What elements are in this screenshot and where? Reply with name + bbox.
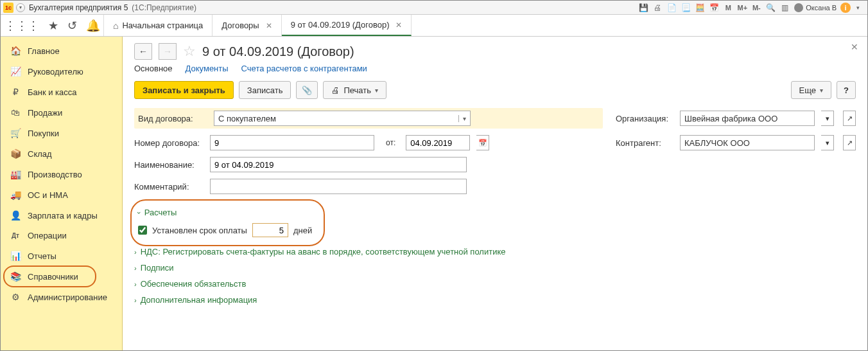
user-name[interactable]: Оксана В bbox=[806, 4, 837, 12]
sidebar-label: Главное bbox=[28, 46, 60, 56]
calendar-icon[interactable]: 📅 bbox=[708, 2, 720, 14]
org-input[interactable]: Швейная фабрика ООО bbox=[680, 111, 815, 126]
sidebar: 🏠Главное 📈Руководителю ₽Банк и касса 🛍Пр… bbox=[1, 37, 123, 350]
subtab-accounts[interactable]: Счета расчетов с контрагентами bbox=[241, 64, 367, 73]
sidebar-item-admin[interactable]: ⚙Администрирование bbox=[1, 287, 122, 307]
zoom-icon[interactable]: 🔍 bbox=[765, 2, 776, 14]
calc-icon[interactable]: 🧮 bbox=[694, 2, 706, 14]
ruble-icon: ₽ bbox=[10, 87, 21, 97]
sidebar-item-operations[interactable]: ДтОперации bbox=[1, 226, 122, 246]
home-icon: 🏠 bbox=[10, 46, 21, 56]
sidebar-item-manager[interactable]: 📈Руководителю bbox=[1, 61, 122, 82]
doc-icon[interactable]: 📃 bbox=[680, 2, 691, 14]
sidebar-label: Продажи bbox=[28, 108, 62, 118]
help-button[interactable]: ? bbox=[837, 81, 856, 99]
form-grid: Вид договора: С покупателем ▾ Организаци… bbox=[134, 108, 856, 194]
sidebar-label: Склад bbox=[28, 149, 52, 159]
comment-input[interactable] bbox=[210, 179, 467, 194]
contr-input[interactable]: КАБЛУЧОК ООО bbox=[680, 135, 815, 150]
caret-down-icon: ▾ bbox=[375, 87, 378, 94]
contr-value: КАБЛУЧОК ООО bbox=[684, 138, 750, 148]
close-icon[interactable]: ✕ bbox=[266, 21, 272, 30]
button-row: Записать и закрыть Записать 📎 🖨 Печать ▾… bbox=[134, 81, 856, 99]
panel-icon[interactable]: ▥ bbox=[779, 2, 790, 14]
bars-icon: 📊 bbox=[10, 251, 21, 261]
date-input[interactable] bbox=[406, 135, 470, 150]
mem-mminus[interactable]: M- bbox=[751, 2, 762, 14]
chevron-icon: › bbox=[134, 296, 137, 304]
comment-label: Комментарий: bbox=[134, 182, 204, 192]
more-label: Еще bbox=[799, 86, 816, 95]
close-page-icon[interactable]: ✕ bbox=[851, 42, 858, 52]
nav-back-button[interactable]: ← bbox=[134, 43, 152, 60]
open-ref-icon[interactable]: ↗ bbox=[843, 111, 856, 126]
sidebar-item-production[interactable]: 🏭Производство bbox=[1, 164, 122, 184]
app-menu-dropdown[interactable]: ▾ bbox=[16, 3, 25, 12]
section-label: Обеспечения обязательств bbox=[141, 279, 247, 289]
tab-home[interactable]: ⌂ Начальная страница bbox=[103, 15, 213, 36]
caret-down-icon: ▾ bbox=[820, 87, 823, 94]
save-button[interactable]: Записать bbox=[239, 81, 291, 99]
apps-icon[interactable]: ⋮⋮⋮ bbox=[4, 19, 39, 33]
subtab-main[interactable]: Основное bbox=[134, 64, 173, 73]
sidebar-item-bank[interactable]: ₽Банк и касса bbox=[1, 82, 122, 102]
print-label: Печать bbox=[343, 86, 371, 95]
star-icon[interactable]: ★ bbox=[48, 19, 58, 33]
sidebar-item-assets[interactable]: 🚚ОС и НМА bbox=[1, 184, 122, 205]
home-icon: ⌂ bbox=[113, 21, 118, 31]
sidebar-item-warehouse[interactable]: 📦Склад bbox=[1, 143, 122, 164]
sidebar-item-reports[interactable]: 📊Отчеты bbox=[1, 246, 122, 266]
dropdown-icon[interactable]: ▾ bbox=[821, 135, 834, 150]
attach-button[interactable]: 📎 bbox=[296, 81, 318, 99]
factory-icon: 🏭 bbox=[10, 169, 21, 179]
tab-contract-9[interactable]: 9 от 04.09.2019 (Договор) ✕ bbox=[282, 15, 412, 36]
subtab-docs[interactable]: Документы bbox=[186, 64, 229, 73]
save-close-button[interactable]: Записать и закрыть bbox=[134, 81, 234, 99]
section-podpisi[interactable]: ›Подписи bbox=[134, 260, 856, 276]
sidebar-item-salary[interactable]: 👤Зарплата и кадры bbox=[1, 205, 122, 226]
favorite-star-icon[interactable]: ☆ bbox=[183, 43, 196, 60]
calendar-icon[interactable]: 📅 bbox=[476, 135, 489, 150]
print-button[interactable]: 🖨 Печать ▾ bbox=[323, 81, 386, 99]
sidebar-item-references[interactable]: 📚Справочники bbox=[1, 266, 122, 287]
more-button[interactable]: Еще ▾ bbox=[791, 81, 831, 99]
bell-icon[interactable]: 🔔 bbox=[86, 19, 100, 33]
dropdown-icon: ▾ bbox=[458, 115, 466, 122]
print-icon[interactable]: 🖨 bbox=[652, 2, 663, 14]
num-input[interactable] bbox=[210, 135, 374, 150]
info-dropdown-icon[interactable]: ▾ bbox=[852, 2, 864, 14]
chevron-icon: › bbox=[134, 248, 137, 256]
tab-contracts[interactable]: Договоры ✕ bbox=[213, 15, 281, 36]
info-icon[interactable]: i bbox=[840, 3, 851, 13]
sidebar-item-sales[interactable]: 🛍Продажи bbox=[1, 102, 122, 123]
sidebar-label: Зарплата и кадры bbox=[28, 211, 98, 221]
mem-m[interactable]: M bbox=[722, 2, 734, 14]
section-dopinfo[interactable]: ›Дополнительная информация bbox=[134, 292, 856, 308]
payment-term-row: Установлен срок оплаты дней bbox=[138, 221, 312, 240]
section-obesp[interactable]: ›Обеспечения обязательств bbox=[134, 276, 856, 292]
nav-forward-button[interactable]: → bbox=[159, 43, 177, 60]
chevron-icon: › bbox=[134, 280, 137, 288]
close-icon[interactable]: ✕ bbox=[395, 21, 402, 30]
name-input[interactable] bbox=[210, 157, 467, 172]
quick-tools: ⋮⋮⋮ ★ ↺ 🔔 bbox=[1, 15, 103, 36]
app-logo-icon: 1c bbox=[3, 3, 13, 13]
dropdown-icon[interactable]: ▾ bbox=[821, 111, 834, 126]
payment-days-input[interactable] bbox=[252, 223, 288, 237]
sidebar-label: Отчеты bbox=[28, 251, 56, 261]
user-avatar-icon[interactable] bbox=[794, 3, 803, 12]
sidebar-label: Покупки bbox=[28, 129, 59, 138]
vid-select[interactable]: С покупателем ▾ bbox=[214, 111, 471, 126]
payment-term-checkbox[interactable] bbox=[138, 226, 147, 235]
num-label: Номер договора: bbox=[134, 138, 204, 148]
bag-icon: 🛍 bbox=[10, 107, 21, 118]
save-icon[interactable]: 💾 bbox=[638, 2, 649, 14]
open-ref-icon[interactable]: ↗ bbox=[843, 135, 856, 150]
sidebar-item-purchases[interactable]: 🛒Покупки bbox=[1, 123, 122, 143]
section-raschety[interactable]: ›Расчеты bbox=[138, 204, 312, 221]
view-icon[interactable]: 📄 bbox=[666, 2, 677, 14]
mem-mplus[interactable]: M+ bbox=[736, 2, 748, 14]
sidebar-item-main[interactable]: 🏠Главное bbox=[1, 40, 122, 61]
person-icon: 👤 bbox=[10, 210, 21, 221]
history-icon[interactable]: ↺ bbox=[67, 19, 77, 33]
